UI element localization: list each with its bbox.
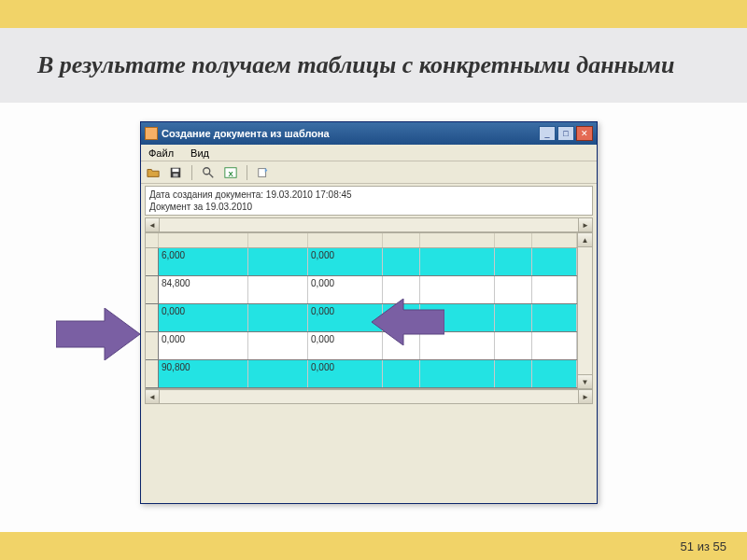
row-header bbox=[146, 332, 159, 359]
svg-rect-1 bbox=[173, 168, 179, 172]
col-head-4[interactable] bbox=[383, 233, 420, 247]
page-indicator: 51 из 55 bbox=[681, 539, 726, 553]
cell-empty[interactable] bbox=[532, 248, 577, 275]
cell-empty[interactable] bbox=[420, 360, 495, 387]
scroll-down-icon[interactable]: ▼ bbox=[578, 374, 592, 388]
window-titlebar[interactable]: Создание документа из шаблона _ □ ✕ bbox=[141, 122, 597, 145]
row-header bbox=[146, 276, 159, 303]
cell-empty[interactable] bbox=[495, 360, 532, 387]
cell-empty[interactable] bbox=[420, 248, 495, 275]
col-head-1[interactable] bbox=[159, 233, 248, 247]
svg-point-3 bbox=[204, 167, 210, 174]
scroll-track[interactable] bbox=[160, 390, 578, 403]
preview-icon[interactable] bbox=[200, 164, 217, 181]
page-sep: из bbox=[694, 539, 712, 553]
app-window: Создание документа из шаблона _ □ ✕ Файл… bbox=[140, 121, 598, 504]
svg-line-4 bbox=[209, 173, 213, 176]
annotation-arrow-left-icon bbox=[372, 299, 444, 345]
cell-value[interactable]: 6,000 bbox=[159, 248, 248, 275]
row-header bbox=[146, 304, 159, 331]
maximize-button[interactable]: □ bbox=[557, 126, 574, 141]
col-head-7[interactable] bbox=[532, 233, 577, 247]
window-buttons: _ □ ✕ bbox=[539, 126, 593, 141]
cell-value[interactable]: 0,000 bbox=[159, 304, 248, 331]
toolbar-separator-2 bbox=[247, 165, 247, 180]
upper-horizontal-scrollbar[interactable]: ◄ ► bbox=[145, 217, 593, 232]
svg-marker-9 bbox=[372, 299, 444, 345]
grid-body: 6,000 0,000 84,800 0,000 bbox=[146, 233, 577, 388]
footer-band: 51 из 55 bbox=[0, 532, 747, 560]
top-accent-band bbox=[0, 0, 747, 28]
close-button[interactable]: ✕ bbox=[576, 126, 593, 141]
cell-empty[interactable] bbox=[383, 248, 420, 275]
col-head-5[interactable] bbox=[420, 233, 495, 247]
col-head-2[interactable] bbox=[248, 233, 308, 247]
cell-empty[interactable] bbox=[495, 276, 532, 303]
cell-empty[interactable] bbox=[383, 360, 420, 387]
info-line-docdate: Документ за 19.03.2010 bbox=[149, 201, 588, 213]
toolbar-separator bbox=[191, 165, 192, 180]
cell-empty[interactable] bbox=[532, 332, 577, 359]
toolbar: X bbox=[141, 161, 597, 184]
menu-view[interactable]: Вид bbox=[187, 147, 213, 159]
menu-file[interactable]: Файл bbox=[145, 147, 177, 159]
page-current: 51 bbox=[681, 539, 694, 553]
menu-bar: Файл Вид bbox=[141, 145, 597, 161]
vertical-scrollbar[interactable]: ▲ ▼ bbox=[577, 233, 592, 388]
cell-empty[interactable] bbox=[248, 332, 308, 359]
save-icon[interactable] bbox=[167, 164, 184, 181]
col-head-6[interactable] bbox=[495, 233, 532, 247]
grid-header bbox=[146, 233, 577, 248]
row-header bbox=[146, 360, 159, 387]
cell-empty[interactable] bbox=[248, 248, 308, 275]
info-line-created: Дата создания документа: 19.03.2010 17:0… bbox=[149, 189, 588, 201]
scroll-track[interactable] bbox=[160, 218, 578, 231]
scroll-right-icon[interactable]: ► bbox=[578, 390, 592, 403]
cell-empty[interactable] bbox=[532, 304, 577, 331]
col-head-0[interactable] bbox=[146, 233, 159, 247]
table-row[interactable]: 6,000 0,000 bbox=[146, 248, 577, 276]
scroll-up-icon[interactable]: ▲ bbox=[578, 233, 592, 247]
cell-empty[interactable] bbox=[532, 276, 577, 303]
open-icon[interactable] bbox=[145, 164, 162, 181]
cell-empty[interactable] bbox=[495, 304, 532, 331]
scroll-left-icon[interactable]: ◄ bbox=[146, 218, 160, 231]
cell-value[interactable]: 0,000 bbox=[308, 360, 383, 387]
title-band: В результате получаем таблицы с конкретн… bbox=[0, 28, 747, 103]
table-row[interactable]: 0,000 0,000 bbox=[146, 304, 577, 332]
scroll-right-icon[interactable]: ► bbox=[578, 218, 592, 231]
scroll-track-vertical[interactable] bbox=[578, 247, 592, 374]
cell-value[interactable]: 90,800 bbox=[159, 360, 248, 387]
cell-value[interactable]: 84,800 bbox=[159, 276, 248, 303]
table-row[interactable]: 90,800 0,000 bbox=[146, 360, 577, 388]
page-total: 55 bbox=[713, 539, 726, 553]
settings-icon[interactable] bbox=[255, 164, 272, 181]
table-row[interactable]: 84,800 0,000 bbox=[146, 276, 577, 304]
window-title: Создание документа из шаблона bbox=[162, 128, 539, 139]
svg-text:X: X bbox=[228, 169, 233, 177]
cell-empty[interactable] bbox=[248, 276, 308, 303]
cell-empty[interactable] bbox=[495, 248, 532, 275]
info-panel: Дата создания документа: 19.03.2010 17:0… bbox=[145, 186, 593, 216]
svg-rect-7 bbox=[259, 168, 266, 176]
cell-value[interactable]: 0,000 bbox=[308, 248, 383, 275]
data-grid: 6,000 0,000 84,800 0,000 bbox=[145, 232, 593, 389]
col-head-3[interactable] bbox=[308, 233, 383, 247]
slide: В результате получаем таблицы с конкретн… bbox=[0, 0, 747, 560]
lower-horizontal-scrollbar[interactable]: ◄ ► bbox=[145, 389, 593, 404]
cell-empty[interactable] bbox=[495, 332, 532, 359]
cell-empty[interactable] bbox=[248, 304, 308, 331]
svg-rect-2 bbox=[173, 173, 177, 176]
cell-empty[interactable] bbox=[532, 360, 577, 387]
minimize-button[interactable]: _ bbox=[539, 126, 556, 141]
slide-title: В результате получаем таблицы с конкретн… bbox=[37, 51, 674, 79]
app-icon bbox=[145, 127, 158, 140]
annotation-arrow-right-icon bbox=[56, 308, 140, 360]
scroll-left-icon[interactable]: ◄ bbox=[146, 390, 160, 403]
row-header bbox=[146, 248, 159, 275]
svg-marker-8 bbox=[56, 308, 140, 360]
table-row[interactable]: 0,000 0,000 bbox=[146, 332, 577, 360]
cell-value[interactable]: 0,000 bbox=[159, 332, 248, 359]
cell-empty[interactable] bbox=[248, 360, 308, 387]
excel-icon[interactable]: X bbox=[222, 164, 239, 181]
